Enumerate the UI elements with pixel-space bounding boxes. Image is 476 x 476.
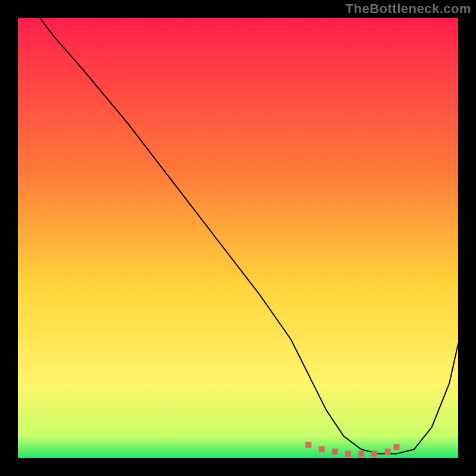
- marker-point: [393, 444, 399, 450]
- marker-point: [332, 449, 338, 455]
- marker-point: [385, 449, 391, 455]
- chart-canvas: TheBottleneck.com: [0, 0, 476, 476]
- marker-point: [358, 451, 364, 457]
- gradient-background: [18, 18, 458, 458]
- marker-point: [319, 446, 325, 452]
- marker-point: [371, 451, 377, 457]
- marker-point: [305, 442, 311, 448]
- plot-svg: [0, 0, 476, 476]
- marker-point: [345, 451, 351, 457]
